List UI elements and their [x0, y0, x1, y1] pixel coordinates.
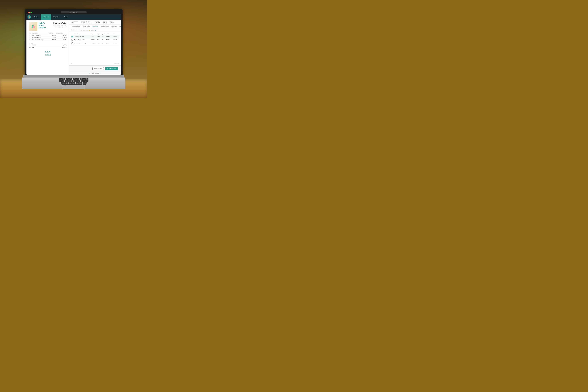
pagination-bar: ‹ 2 of 23 Invoices ›: [69, 72, 121, 75]
vendor-logo: 🛍️: [29, 22, 38, 31]
totals-qty: 6: [71, 63, 72, 64]
next-invoice-button[interactable]: ›: [100, 72, 100, 74]
invoice-title: Invoice #6400: [53, 22, 66, 24]
bulk-actions-button[interactable]: Bulk Actions: [71, 29, 79, 31]
more-actions-button[interactable]: More Actions: [92, 67, 104, 70]
key: [81, 80, 83, 82]
detail-tabs: Invoice Details Vendor Setup Line Items …: [69, 25, 121, 28]
key: [64, 80, 66, 82]
tab-invoice-details[interactable]: Invoice Details: [71, 25, 81, 28]
key-row-2: [59, 80, 88, 82]
tab-vendor-setup[interactable]: Vendor Setup: [81, 25, 91, 28]
key: [66, 78, 68, 80]
tab-items[interactable]: Items: [62, 14, 70, 20]
invoice-preview-panel: 🛍️ Kelly'sFreshProduce Invoice #6400 Inv…: [26, 20, 69, 75]
tab-vendors[interactable]: Vendors: [51, 14, 62, 20]
delete-button[interactable]: Delete 🗑️: [91, 29, 96, 31]
edit-icon: ✏️: [88, 30, 90, 31]
close-window-button[interactable]: [28, 12, 29, 13]
screen-bezel: Ottimate.com 🦉 Home Invoices: [25, 9, 122, 75]
key-row-spacebar: [62, 84, 86, 86]
tab-accounts-splits[interactable]: Accounts Splits: [99, 25, 110, 28]
key: [78, 80, 80, 82]
signature: KellySmith: [29, 50, 66, 56]
laptop-wrapper: Ottimate.com 🦉 Home Invoices: [0, 0, 147, 98]
minimize-window-button[interactable]: [29, 12, 30, 13]
key: [82, 78, 84, 80]
tab-approvals[interactable]: Approvals: [110, 25, 118, 28]
key-shift-right: [82, 84, 86, 86]
subtotal-row: Subtotal: $650.00: [29, 42, 66, 44]
key: [62, 80, 64, 82]
invoice-summary-bar: Invoice Number 6400 Invoice Vendor Name …: [69, 20, 121, 25]
tab-invoices[interactable]: Invoices: [41, 14, 51, 20]
trackpad[interactable]: [62, 86, 85, 89]
key: [68, 78, 70, 80]
key: [77, 78, 79, 80]
keyboard-trackpad-bump: [59, 76, 88, 76]
maximize-window-button[interactable]: [31, 12, 32, 13]
screen-content: 🦉 Home Invoices Vendors Items: [26, 14, 121, 75]
trash-icon: 🗑️: [95, 30, 96, 31]
key-shift-left: [62, 84, 65, 86]
invoice-header: 🛍️ Kelly'sFreshProduce Invoice #6400 Inv…: [29, 22, 66, 31]
table-row: Case of spinach mix 35890 Case 2 $100.00…: [71, 35, 119, 38]
laptop: Ottimate.com 🦉 Home Invoices: [18, 9, 130, 89]
key: [59, 80, 62, 82]
detail-table-container: Description SKU Unit QTY Price Total: [69, 32, 121, 62]
address-bar[interactable]: Ottimate.com: [61, 11, 86, 13]
details-panel: Invoice Number 6400 Invoice Vendor Name …: [69, 20, 121, 75]
nav-logo: 🦉: [26, 14, 32, 20]
tab-home[interactable]: Home: [32, 14, 41, 20]
invoice-title-block: Invoice #6400 Invoice Date 11/14/2024 Du…: [53, 22, 66, 28]
keyboard-base: [23, 75, 124, 78]
key: [64, 82, 66, 84]
table-row: Case of caesar dressing CT2356 Case 1 $1…: [71, 42, 119, 45]
key: [73, 78, 75, 80]
detail-line-items-table: Description SKU Unit QTY Price Total: [71, 33, 119, 45]
table-row: 1 Case of caesar dressing $100.00 $100.0…: [29, 39, 66, 41]
table-row: 3 Apples (3 bags each) $50.00 $150.00: [29, 36, 66, 39]
summary-subtotal: Subtotal $650.00: [103, 21, 107, 24]
table-row: 2 Case of spinach mix $190.00 $200.00: [29, 34, 66, 36]
main-content: 🛍️ Kelly'sFreshProduce Invoice #6400 Inv…: [26, 20, 121, 75]
line-items-preview-table: QTY Description Unit Price Amount (USD) …: [29, 32, 66, 41]
summary-total: Total $682.50: [110, 21, 114, 24]
key: [73, 82, 75, 84]
table-row: Apples (3 bags each) CT5896 Bag 3 $50.00…: [71, 38, 119, 42]
key: [75, 78, 77, 80]
key-row-1: [59, 78, 88, 80]
vendor-name: Kelly'sFreshProduce: [39, 22, 52, 29]
key: [86, 78, 88, 80]
key: [83, 80, 85, 82]
key: [84, 78, 86, 80]
detail-totals-footer: 6 $682.50: [69, 62, 121, 66]
approve-invoice-button[interactable]: Approve Invoice: [105, 67, 118, 70]
invoice-meta: Invoice Date 11/14/2024 Due Date 12/03/2…: [53, 24, 66, 28]
keyboard-body: [22, 78, 126, 89]
key: [70, 78, 72, 80]
details-toolbar: Bulk Actions Map Dimensions ✏️ Delete 🗑️: [69, 28, 121, 32]
prev-invoice-button[interactable]: ‹: [89, 72, 90, 74]
row-checkbox[interactable]: [72, 39, 73, 40]
row-checkbox[interactable]: [72, 42, 73, 44]
row-checkbox[interactable]: [72, 36, 73, 37]
tab-line-items[interactable]: Line Items: [91, 25, 100, 28]
traffic-lights: [28, 12, 32, 13]
tab-history[interactable]: History: [118, 25, 121, 28]
map-dimensions-button[interactable]: Map Dimensions ✏️: [80, 29, 90, 31]
key: [61, 82, 64, 84]
totals-amount: $682.50: [115, 63, 119, 64]
browser-chrome: Ottimate.com: [26, 11, 121, 14]
key: [67, 80, 69, 82]
nav-tabs: Home Invoices Vendors Items: [32, 14, 70, 20]
key-row-3: [61, 82, 86, 84]
nav-bar: 🦉 Home Invoices Vendors Items: [26, 14, 121, 20]
key: [78, 82, 80, 84]
key: [71, 82, 73, 84]
url-text: Ottimate.com: [70, 12, 78, 13]
key: [72, 80, 74, 82]
action-bar: More Actions Approve Invoice: [69, 66, 121, 72]
logo-icon: 🦉: [28, 15, 31, 19]
key: [85, 80, 88, 82]
